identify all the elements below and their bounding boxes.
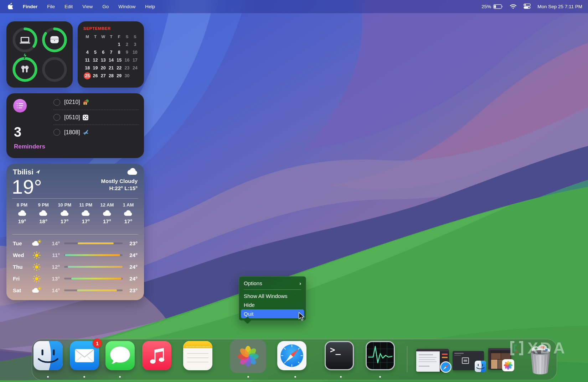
reminder-item[interactable]: [0510] (53, 110, 139, 125)
context-menu-quit[interactable]: Quit (241, 309, 304, 318)
battery-status[interactable]: 25% (481, 4, 503, 9)
dock-music[interactable] (142, 341, 171, 370)
divider (12, 234, 138, 235)
dock-activity-monitor[interactable] (366, 341, 395, 370)
cal-cell: 3 (131, 41, 139, 48)
weather-widget[interactable]: Tbilisi 19° Mostly Cloudy H:22° L:15° 8 … (6, 164, 144, 300)
day-label: Thu (13, 264, 29, 270)
day-high: 24° (123, 252, 138, 258)
reminder-checkbox[interactable] (53, 114, 60, 121)
menu-go[interactable]: Go (102, 4, 109, 9)
dock-safari[interactable] (277, 341, 306, 370)
menu-view[interactable]: View (82, 4, 93, 9)
apple-menu-icon[interactable] (8, 3, 13, 10)
weather-high-low: H:22° L:15° (109, 185, 138, 191)
dock-notes[interactable] (183, 341, 212, 370)
day-label: Sat (13, 287, 29, 293)
dock-mail[interactable]: 1 (70, 341, 99, 370)
menu-file[interactable]: File (47, 4, 55, 9)
mail-unread-badge: 1 (93, 339, 102, 348)
mouse-cursor (298, 312, 306, 322)
day-low: 11° (44, 252, 64, 258)
chevron-right-icon: › (299, 280, 301, 286)
temp-range-bar (64, 242, 123, 244)
menu-bar-clock[interactable]: Mon Sep 25 7:11 PM (537, 4, 582, 9)
control-center-icon[interactable] (523, 4, 531, 10)
cal-cell: 11 (83, 56, 91, 64)
day-label: Wed (13, 252, 29, 258)
day-high: 23° (123, 240, 138, 246)
context-menu-options[interactable]: Options › (241, 279, 304, 288)
day-high: 24° (123, 264, 138, 270)
daily-row: Sat 14° 23° (13, 284, 138, 296)
cal-cell: 5 (91, 48, 99, 56)
macbook-icon (19, 35, 31, 45)
hour-temp: 17° (61, 218, 69, 224)
dock-messages[interactable] (105, 341, 135, 370)
dock-terminal[interactable]: >_ (325, 341, 354, 370)
dock-finder[interactable] (33, 341, 63, 370)
menu-edit[interactable]: Edit (65, 4, 73, 9)
day-low: 13° (44, 276, 64, 282)
reminder-checkbox[interactable] (53, 99, 60, 106)
batteries-widget[interactable] (6, 21, 73, 88)
reminder-label: [0210] (64, 99, 80, 105)
cal-cell: 13 (99, 56, 107, 64)
cal-cell: 27 (99, 72, 107, 79)
hour-temp: 18° (39, 218, 47, 224)
cal-cell: 29 (115, 72, 123, 79)
cal-cell: 14 (107, 56, 115, 64)
airpods-case-icon (49, 35, 60, 44)
hour-temp: 17° (103, 218, 111, 224)
photos-flower-icon (238, 346, 259, 367)
xda-logo-icon (509, 340, 525, 356)
temp-range-bar (64, 266, 123, 268)
cal-cell: 26 (91, 72, 99, 79)
day-high: 23° (123, 287, 138, 293)
reminders-title: Reminders (14, 143, 45, 150)
cal-cell: 19 (91, 64, 99, 72)
reminder-item[interactable]: [0210] (53, 95, 139, 110)
cal-cell: 15 (115, 56, 123, 64)
cal-cell: 28 (107, 72, 115, 79)
reminders-app-icon (13, 99, 27, 112)
calendar-month-label: SEPTEMBER (83, 26, 139, 31)
cal-cell: 20 (99, 64, 107, 72)
minimized-safari-window[interactable] (416, 349, 449, 372)
temp-range-bar (64, 289, 123, 291)
context-menu-show-all-windows[interactable]: Show All Windows (241, 292, 304, 300)
sunny-icon (29, 275, 44, 283)
menu-help[interactable]: Help (145, 4, 155, 9)
cloud-icon (102, 210, 112, 216)
reminders-widget[interactable]: 3 Reminders [0210] [0510] [1808] (6, 93, 144, 158)
sunny-icon (29, 251, 44, 259)
running-indicator-messages (119, 376, 121, 378)
location-arrow-icon (36, 170, 40, 174)
reminder-checkbox[interactable] (53, 129, 60, 136)
temp-range-bar (64, 254, 123, 256)
battery-percent-label: 25% (481, 4, 491, 9)
minimized-photos-window[interactable] (488, 348, 511, 370)
weather-condition: Mostly Cloudy (101, 178, 138, 184)
dock-photos[interactable] (233, 342, 263, 371)
menu-app-name[interactable]: Finder (23, 4, 37, 9)
safari-badge-icon (440, 361, 452, 375)
cloud-icon (127, 167, 138, 177)
cloud-icon (38, 210, 48, 216)
daily-row: Thu 12° 24° (13, 261, 138, 273)
calendar-widget[interactable]: SEPTEMBER M T W T F S S 1 2 3 4 5 6 7 8 … (78, 21, 144, 88)
minimized-finder-window[interactable] (453, 351, 484, 370)
running-indicator-mail (83, 376, 85, 378)
running-indicator-terminal (340, 376, 342, 378)
menu-bar: Finder File Edit View Go Window Help 25% (0, 0, 588, 13)
wifi-icon[interactable] (510, 4, 517, 10)
cal-cell: 6 (99, 48, 107, 56)
divider (12, 198, 138, 199)
cal-cell-today: 25 (83, 72, 91, 79)
hour-temp: 17° (124, 218, 133, 224)
reminder-item[interactable]: [1808] (53, 125, 139, 140)
hour-label: 8 PM (17, 202, 27, 208)
menu-item-label: Show All Windows (244, 293, 288, 299)
menu-window[interactable]: Window (118, 4, 135, 9)
context-menu-hide[interactable]: Hide (241, 300, 304, 309)
